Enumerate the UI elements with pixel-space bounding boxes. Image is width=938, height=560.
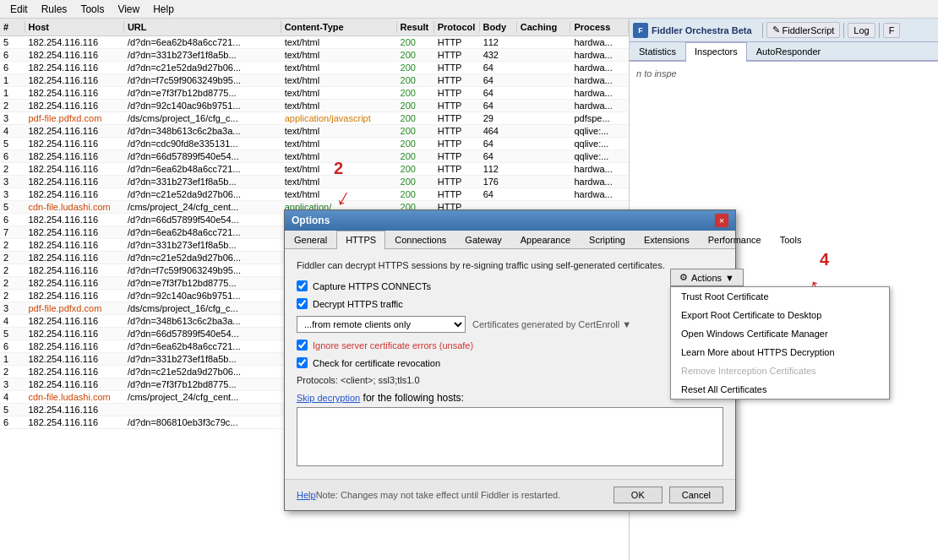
cell-caching [517, 193, 571, 195]
cell-process: qqlive:... [570, 138, 629, 150]
log-btn[interactable]: Log [848, 23, 875, 38]
col-header-host[interactable]: Host [25, 21, 124, 33]
f-btn[interactable]: F [883, 23, 901, 38]
table-row[interactable]: 1 182.254.116.116 /d?dn=f7c59f9063249b95… [0, 74, 629, 87]
checkbox-decrypt-label: Decrypt HTTPS traffic [313, 299, 403, 309]
actions-menu-item[interactable]: Open Windows Certificate Manager [671, 324, 889, 343]
col-header-process[interactable]: Process [570, 21, 629, 33]
cell-ctype: text/html [281, 74, 397, 86]
table-row[interactable]: 5 182.254.116.116 /d?dn=6ea62b48a6cc721.… [0, 36, 629, 49]
checkbox-decrypt-https-input[interactable] [297, 298, 308, 309]
help-link[interactable]: Help [297, 490, 316, 500]
cell-host: 182.254.116.116 [25, 62, 123, 73]
dialog-tab-appearance[interactable]: Appearance [511, 231, 580, 248]
dialog-titlebar: Options × [285, 210, 735, 231]
dialog-tab-https[interactable]: HTTPS [336, 231, 385, 249]
table-row[interactable]: 3 182.254.116.116 /d?dn=331b273ef1f8a5b.… [0, 176, 629, 188]
table-row[interactable]: 1 182.254.116.116 /d?dn=e7f3f7b12bd8775.… [0, 87, 629, 100]
actions-menu-item[interactable]: Reset All Certificates [671, 380, 889, 399]
actions-menu-item[interactable]: Export Root Certificate to Desktop [671, 306, 889, 324]
cell-url: /d?dn=c21e52da9d27b06... [124, 188, 281, 200]
dialog-tab-general[interactable]: General [285, 231, 336, 248]
table-row[interactable]: 3 182.254.116.116 /d?dn=c21e52da9d27b06.… [0, 188, 629, 201]
traffic-header: # Host URL Content-Type Result Protocol … [0, 19, 629, 36]
dialog-tab-tools[interactable]: Tools [771, 231, 811, 248]
checkbox-capture-https[interactable]: Capture HTTPS CONNECTs [297, 280, 723, 291]
checkbox-ignore-cert-label: Ignore server certificate errors (unsafe… [313, 340, 473, 351]
skip-decryption-link[interactable]: Skip decryption [297, 393, 360, 403]
cell-url: /d?dn=e7f3f7b12bd8775... [124, 277, 281, 289]
checkbox-capture-https-input[interactable] [297, 280, 308, 291]
cell-url: /d?dn=331b273ef1f8a5b... [124, 49, 281, 61]
checkbox-check-revocation-input[interactable] [297, 357, 308, 368]
table-row[interactable]: 4 182.254.116.116 /d?dn=348b613c6c2ba3a.… [0, 125, 629, 138]
actions-menu-item[interactable]: Trust Root Certificate [671, 287, 889, 306]
menu-view[interactable]: View [111, 2, 146, 17]
options-dialog[interactable]: Options × General HTTPS Connections Gate… [284, 209, 736, 511]
actions-button[interactable]: ⚙ Actions ▼ [670, 269, 744, 286]
col-header-ctype[interactable]: Content-Type [281, 21, 397, 33]
cell-body: 112 [480, 163, 517, 175]
cell-host: 182.254.116.116 [25, 328, 123, 340]
checkbox-ignore-cert[interactable]: Ignore server certificate errors (unsafe… [297, 340, 723, 351]
cell-url: /d?dn=348b613c6c2ba3a... [124, 125, 281, 137]
dialog-tab-performance[interactable]: Performance [699, 231, 771, 248]
col-header-body[interactable]: Body [480, 21, 517, 33]
col-header-protocol[interactable]: Protocol [434, 21, 480, 33]
cell-num: 1 [0, 74, 25, 86]
col-header-result[interactable]: Result [397, 21, 434, 33]
cell-host: 182.254.116.116 [25, 315, 123, 327]
fiddlerscript-btn[interactable]: ✎ FiddlerScript [766, 22, 841, 38]
cell-url: /d?dn=c21e52da9d27b06... [124, 62, 281, 73]
cell-protocol: HTTP [434, 87, 480, 99]
dialog-tab-scripting[interactable]: Scripting [580, 231, 635, 248]
ok-button[interactable]: OK [614, 487, 663, 503]
hosts-textarea[interactable] [297, 407, 723, 466]
cell-process [570, 206, 629, 208]
actions-menu-item[interactable]: Learn More about HTTPS Decryption [671, 343, 889, 362]
tab-autoresponder[interactable]: AutoResponder [747, 42, 830, 60]
tab-inspectors[interactable]: Inspectors [685, 42, 747, 62]
dialog-tab-gateway[interactable]: Gateway [455, 231, 510, 248]
protocols-row: Protocols: <client>; ssl3;tls1.0 [297, 375, 723, 385]
table-row[interactable]: 6 182.254.116.116 /d?dn=331b273ef1f8a5b.… [0, 49, 629, 62]
dialog-tab-extensions[interactable]: Extensions [635, 231, 699, 248]
cell-host: 182.254.116.116 [25, 138, 123, 150]
fiddlerscript-label: FiddlerScript [783, 25, 835, 35]
col-header-url[interactable]: URL [124, 21, 281, 33]
cell-caching [517, 54, 571, 56]
remote-clients-dropdown[interactable]: ...from remote clients only [297, 316, 466, 333]
cell-body: 64 [480, 74, 517, 86]
menu-edit[interactable]: Edit [3, 2, 35, 17]
table-row[interactable]: 6 182.254.116.116 /d?dn=c21e52da9d27b06.… [0, 62, 629, 74]
menu-help[interactable]: Help [146, 2, 181, 17]
menu-rules[interactable]: Rules [35, 2, 74, 17]
checkbox-ignore-cert-input[interactable] [297, 340, 308, 351]
cell-body: 176 [480, 176, 517, 188]
table-row[interactable]: 3 pdf-file.pdfxd.com /ds/cms/project_16/… [0, 112, 629, 125]
cert-generated-label: Certificates generated by CertEnroll ▼ [472, 319, 631, 329]
cell-num: 1 [0, 353, 25, 365]
cell-body: 29 [480, 112, 517, 124]
table-row[interactable]: 6 182.254.116.116 /d?dn=66d57899f540e54.… [0, 150, 629, 163]
tab-statistics[interactable]: Statistics [630, 42, 685, 60]
cell-num: 2 [0, 239, 25, 251]
checkbox-check-revocation[interactable]: Check for certificate revocation [297, 357, 723, 368]
table-row[interactable]: 2 182.254.116.116 /d?dn=92c140ac96b9751.… [0, 100, 629, 112]
cell-host: 182.254.116.116 [25, 264, 123, 276]
table-row[interactable]: 5 182.254.116.116 /d?dn=cdc90fd8e335131.… [0, 138, 629, 150]
cell-host: 182.254.116.116 [25, 163, 123, 175]
table-row[interactable]: 2 182.254.116.116 /d?dn=6ea62b48a6cc721.… [0, 163, 629, 176]
menu-tools[interactable]: Tools [74, 2, 111, 17]
col-header-caching[interactable]: Caching [517, 21, 571, 33]
cell-body: 64 [480, 150, 517, 162]
dialog-footer: Help Note: Changes may not take effect u… [285, 479, 735, 510]
actions-label: Actions [691, 273, 722, 283]
dialog-tab-connections[interactable]: Connections [385, 231, 455, 248]
toolbar-sep-3 [879, 23, 880, 38]
checkbox-decrypt-https[interactable]: Decrypt HTTPS traffic [297, 298, 723, 309]
cell-url: /cms/project_24/cfg_cent... [124, 391, 281, 403]
cancel-button[interactable]: Cancel [669, 487, 723, 503]
dialog-close-button[interactable]: × [715, 214, 728, 227]
cell-ctype: text/html [281, 49, 397, 61]
